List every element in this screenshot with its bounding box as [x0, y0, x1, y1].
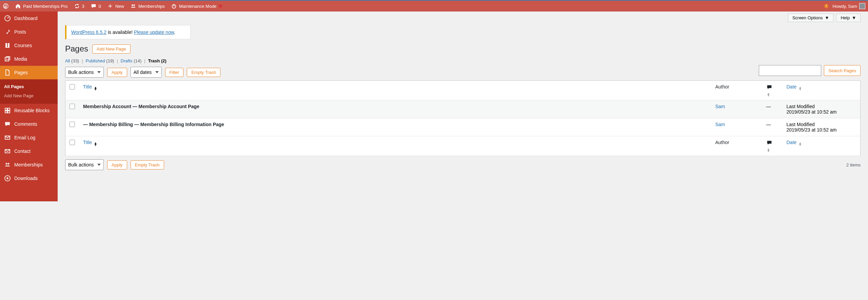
svg-rect-8 [8, 108, 10, 110]
status-filters: All (33) | Published (19) | Drafts (14) … [65, 58, 861, 63]
wp-version-link[interactable]: WordPress 6.5.2 [71, 29, 106, 35]
memberships-bar[interactable]: Memberships [130, 3, 165, 9]
col-title-label: Title [83, 140, 92, 145]
tablenav-top: Bulk actions Apply All dates Filter Empt… [65, 67, 861, 78]
sidebar-label: Reusable Blocks [14, 108, 50, 113]
help-button[interactable]: Help▼ [836, 14, 861, 22]
chevron-down-icon: ▼ [825, 15, 829, 20]
howdy-user[interactable]: Howdy, Sam [832, 3, 865, 9]
sidebar-item-memberships[interactable]: Memberships [0, 158, 58, 172]
col-title[interactable]: Title ▲▼ [79, 81, 711, 100]
row-title-text: — Membership Billing — Membership Billin… [83, 122, 224, 127]
group-icon [130, 3, 136, 9]
row-title[interactable]: Membership Account — Membership Account … [79, 100, 711, 118]
row-author[interactable]: Sam [715, 104, 725, 109]
apply-button-bottom[interactable]: Apply [107, 160, 127, 169]
row-date: Last Modified2019/05/23 at 10:52 am [783, 100, 861, 118]
svg-point-6 [6, 58, 7, 59]
row-checkbox[interactable] [70, 122, 75, 127]
sidebar-item-reusable[interactable]: Reusable Blocks [0, 104, 58, 117]
row-date: Last Modified2019/05/23 at 10:52 am [783, 118, 861, 136]
row-checkbox[interactable] [70, 104, 75, 109]
search-input[interactable] [759, 65, 821, 76]
sort-icon: ▲▼ [798, 86, 802, 91]
sort-icon: ▲▼ [767, 148, 770, 152]
update-icon [74, 3, 80, 9]
sidebar-item-email-log[interactable]: Email Log [0, 131, 58, 144]
page-icon [4, 69, 11, 76]
svg-rect-10 [8, 111, 10, 113]
maintenance-mode[interactable]: Maintenance Mode [171, 3, 222, 9]
svg-point-2 [133, 4, 135, 6]
col-author[interactable]: Author [711, 136, 762, 156]
row-author[interactable]: Sam [715, 122, 725, 127]
sidebar-sub-all-pages[interactable]: All Pages [0, 82, 58, 91]
sidebar-label: Courses [14, 43, 32, 48]
sidebar-sub-add-new[interactable]: Add New Page [0, 91, 58, 100]
col-date[interactable]: Date ▲▼ [783, 81, 861, 100]
bulk-actions-select-bottom[interactable]: Bulk actions [65, 159, 104, 170]
col-comments[interactable]: ▲▼ [762, 81, 783, 100]
date-filter-select[interactable]: All dates [131, 67, 162, 78]
admin-sidebar: Dashboard Posts Courses Media Pages All … [0, 12, 58, 201]
site-name[interactable]: Paid Memberships Pro [15, 3, 68, 9]
filter-trash[interactable]: Trash [148, 58, 160, 63]
svg-rect-7 [5, 108, 7, 110]
col-date[interactable]: Date ▲▼ [783, 136, 861, 156]
sidebar-item-courses[interactable]: Courses [0, 39, 58, 52]
svg-point-14 [8, 163, 9, 165]
col-title[interactable]: Title ▲▼ [79, 136, 711, 156]
download-icon [4, 175, 11, 182]
search-pages-button[interactable]: Search Pages [824, 65, 861, 76]
book-icon [4, 42, 11, 49]
contact-icon [4, 148, 11, 155]
col-title-label: Title [83, 84, 92, 89]
wordpress-logo[interactable] [3, 3, 9, 9]
howdy-label: Howdy, Sam [832, 4, 857, 9]
sidebar-item-downloads[interactable]: Downloads [0, 172, 58, 185]
new-label: New [115, 4, 124, 9]
new-content[interactable]: New [107, 3, 124, 9]
filter-published-count: (19) [106, 58, 114, 63]
empty-trash-button-bottom[interactable]: Empty Trash [131, 160, 164, 169]
sidebar-item-comments[interactable]: Comments [0, 117, 58, 131]
bulk-actions-select[interactable]: Bulk actions [65, 67, 104, 78]
sidebar-item-pages[interactable]: Pages [0, 66, 58, 79]
filter-all[interactable]: All [65, 58, 70, 63]
col-comments[interactable]: ▲▼ [762, 136, 783, 156]
update-now-link[interactable]: Please update now [134, 29, 174, 35]
wordpress-icon [3, 3, 9, 9]
sidebar-label: Email Log [14, 135, 35, 140]
power-icon [171, 3, 177, 9]
select-all-checkbox[interactable] [70, 84, 75, 89]
table-row: Membership Account — Membership Account … [65, 100, 861, 118]
sidebar-item-media[interactable]: Media [0, 52, 58, 66]
col-author[interactable]: Author [711, 81, 762, 100]
sort-icon: ▲▼ [767, 93, 770, 97]
add-new-page-button[interactable]: Add New Page [92, 44, 131, 54]
comments-bar[interactable]: 0 [91, 3, 101, 9]
alert-icon[interactable] [824, 3, 829, 9]
updates[interactable]: 3 [74, 3, 84, 9]
screen-options-button[interactable]: Screen Options▼ [788, 14, 833, 22]
filter-drafts[interactable]: Drafts [121, 58, 133, 63]
svg-point-13 [6, 163, 7, 165]
sidebar-label: Dashboard [14, 16, 38, 21]
row-comments: — [762, 100, 783, 118]
sidebar-item-contact[interactable]: Contact [0, 144, 58, 158]
filter-published[interactable]: Published [86, 58, 105, 63]
table-row: — Membership Billing — Membership Billin… [65, 118, 861, 136]
items-count-bottom: 2 items [846, 162, 861, 167]
row-title[interactable]: — Membership Billing — Membership Billin… [79, 118, 711, 136]
sidebar-label: Comments [14, 121, 37, 127]
sidebar-item-posts[interactable]: Posts [0, 25, 58, 39]
maintenance-label: Maintenance Mode [179, 4, 217, 9]
apply-button[interactable]: Apply [107, 68, 127, 77]
empty-trash-button[interactable]: Empty Trash [187, 68, 220, 77]
comment-icon [766, 84, 778, 90]
sidebar-item-dashboard[interactable]: Dashboard [0, 12, 58, 25]
filter-button[interactable]: Filter [165, 68, 184, 77]
select-all-checkbox-bottom[interactable] [70, 140, 75, 145]
page-title: Pages [65, 44, 88, 54]
comment-icon [766, 140, 778, 146]
